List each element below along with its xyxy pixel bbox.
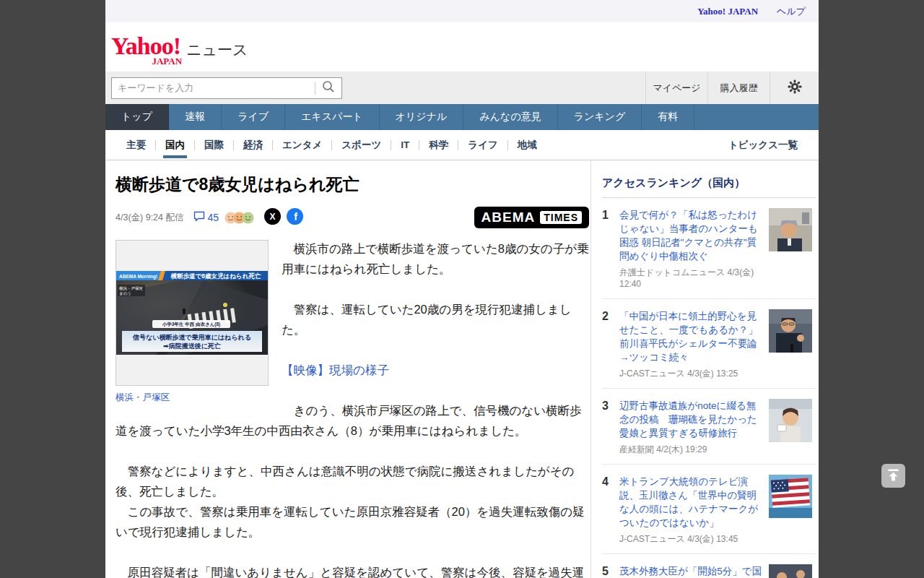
category-it[interactable]: IT [391, 130, 419, 160]
category-shuyo[interactable]: 主要 [117, 130, 155, 160]
ranking-thumbnail[interactable] [769, 309, 812, 353]
share-facebook-button[interactable]: f [287, 208, 303, 228]
main-navigation: トップ 速報 ライブ エキスパート オリジナル みんなの意見 ランキング 有料 [105, 104, 819, 130]
article-paragraph: きのう、横浜市戸塚区の路上で、信号機のない横断歩道を渡っていた小学3年生の中西由… [116, 400, 589, 441]
ranking-title-link[interactable]: 茂木外務大臣が「開始5分」で国会退席？ 異例の「3大臣連続退席」に議場で笑い 予… [619, 564, 762, 578]
article-thumbnail[interactable]: ABEMA Morning! 横断歩道で8歳女児はねられ死亡 横浜・戸塚区 きの… [116, 240, 269, 386]
top-bar: Yahoo! JAPAN ヘルプ [105, 0, 819, 22]
settings-button[interactable] [770, 72, 819, 104]
search-icon [322, 80, 335, 95]
comment-bubble-icon [193, 211, 205, 225]
rank-number: 3 [602, 399, 619, 455]
category-life[interactable]: ライフ [458, 130, 507, 160]
tab-opinion[interactable]: みんなの意見 [463, 104, 557, 130]
access-ranking-sidebar: アクセスランキング（国内） 1 会見で何が？「私は怒ったわけじゃない」当事者のハ… [590, 160, 819, 578]
topics-list-link[interactable]: トピックス一覧 [719, 130, 807, 160]
frame-banner-title: 横断歩道で8歳女児はねられ死亡 [170, 272, 261, 280]
ranking-time: 4/3(金) 13:45 [687, 534, 738, 544]
ranking-meta: 弁護士ドットコムニュース 4/3(金) 12:40 [619, 267, 762, 290]
mypage-link[interactable]: マイページ [645, 72, 707, 104]
ranking-item-4: 4 米トランプ大統領のテレビ演説、玉川徹さん「世界中の賢明な人の頭には、ハテナマ… [602, 465, 816, 554]
article-byline: 4/3(金) 9:24 配信 45 [116, 207, 589, 228]
article-paragraph: 原田容疑者は「間違いありません」と容疑を認めていて、警察は今後、容疑を過失運転致… [116, 562, 589, 578]
search-input[interactable] [112, 82, 315, 93]
purchase-history-link[interactable]: 購入履歴 [707, 72, 770, 104]
tab-ranking[interactable]: ランキング [558, 104, 642, 130]
yahoo-logo-japan-text: JAPAN [152, 56, 182, 67]
yahoo-logo-wordmark: Yahoo! JAPAN [111, 34, 180, 59]
article-title: 横断歩道で8歳女児はねられ死亡 [116, 173, 589, 195]
ranking-time: 4/2(木) 19:29 [656, 444, 707, 454]
video-link[interactable]: 【映像】現場の様子 [282, 363, 389, 376]
tab-original[interactable]: オリジナル [380, 104, 464, 130]
ranking-time: 4/3(金) 13:25 [687, 368, 738, 379]
tab-expert[interactable]: エキスパート [285, 104, 380, 130]
tab-sokuho[interactable]: 速報 [169, 104, 222, 130]
yahoo-japan-link[interactable]: Yahoo! JAPAN [697, 6, 758, 17]
scroll-to-top-button[interactable] [881, 464, 905, 488]
ranking-thumbnail[interactable] [769, 475, 812, 518]
frame-overlay-line2: ➡病院搬送後に死亡 [163, 342, 221, 350]
reaction-emojis[interactable] [225, 212, 254, 224]
svg-text:f: f [294, 211, 297, 223]
help-link[interactable]: ヘルプ [777, 5, 806, 18]
category-navigation: 主要 国内 国際 経済 エンタメ スポーツ IT 科学 ライフ 地域 トピックス… [105, 130, 819, 160]
reaction-smile-green-icon [242, 212, 254, 224]
ranking-title-link[interactable]: 「中国が日本に領土的野心を見せたこと、一度でもあるか？」 前川喜平氏がシェルター… [619, 309, 762, 364]
times-logo-text: TIMES [540, 211, 582, 224]
ranking-item-3: 3 辺野古事故遺族がnoteに綴る無念の投稿 珊瑚礁を見たかった愛娘と異質すぎる… [602, 389, 816, 465]
ranking-thumbnail[interactable] [769, 399, 812, 442]
category-kokunai[interactable]: 国内 [156, 130, 194, 160]
figure-caption-link[interactable]: 横浜・戸塚区 [116, 392, 269, 403]
abema-logo-text: ABEMA [481, 210, 536, 225]
article-paragraph: この事故で、警察は乗用車を運転していた原田京雅容疑者（20）を過失運転致傷の疑い… [116, 501, 589, 542]
ranking-title-link[interactable]: 会見で何が？「私は怒ったわけじゃない」当事者のハンターも困惑 朝日記者"クマとの… [619, 208, 762, 263]
ranking-source: 産経新聞 [619, 444, 654, 454]
gear-icon [788, 79, 802, 96]
ranking-item-1: 1 会見で何が？「私は怒ったわけじゃない」当事者のハンターも困惑 朝日記者"クマ… [602, 198, 816, 299]
article-body: ABEMA Morning! 横断歩道で8歳女児はねられ死亡 横浜・戸塚区 きの… [116, 238, 589, 578]
frame-banner-program: ABEMA Morning! [119, 274, 157, 280]
ranking-title-link[interactable]: 辺野古事故遺族がnoteに綴る無念の投稿 珊瑚礁を見たかった愛娘と異質すぎる研修… [619, 399, 762, 440]
page-container: Yahoo! JAPAN ヘルプ Yahoo! JAPAN ニュース [105, 0, 819, 578]
category-sports[interactable]: スポーツ [332, 130, 391, 160]
frame-victim-name-chip: 小学3年生 中西 由衣さん(8) [162, 322, 220, 327]
facebook-icon: f [287, 215, 303, 227]
ranking-meta: 産経新聞 4/2(木) 19:29 [619, 444, 762, 455]
frame-overlay-line1: 信号ない横断歩道で乗用車にはねられる [132, 334, 251, 341]
share-x-button[interactable]: X [264, 208, 281, 228]
content-area: 横断歩道で8歳女児はねられ死亡 4/3(金) 9:24 配信 45 [105, 160, 819, 578]
ranking-header: アクセスランキング（国内） [602, 176, 816, 198]
header-utility-links: マイページ 購入履歴 [645, 72, 819, 104]
yahoo-news-logo[interactable]: Yahoo! JAPAN ニュース [111, 34, 248, 60]
ranking-item-2: 2 「中国が日本に領土的野心を見せたこと、一度でもあるか？」 前川喜平氏がシェル… [602, 299, 816, 389]
article-paragraph: 警察などによりますと、中西さんは意識不明の状態で病院に搬送されましたがその後、死… [116, 461, 589, 501]
news-service-name: ニュース [186, 40, 248, 60]
comment-count: 45 [207, 212, 219, 223]
comment-count-button[interactable]: 45 [193, 211, 219, 225]
category-kagaku[interactable]: 科学 [419, 130, 458, 160]
category-kokusai[interactable]: 国際 [195, 130, 233, 160]
category-chiiki[interactable]: 地域 [508, 130, 546, 160]
frame-location-label: 横浜・戸塚区 [119, 286, 144, 291]
category-keizai[interactable]: 経済 [234, 130, 272, 160]
tab-live[interactable]: ライブ [222, 104, 285, 130]
search-button[interactable] [315, 78, 341, 98]
tab-top[interactable]: トップ [105, 104, 169, 130]
ranking-item-5: 5 茂木外務大臣が「開始5分」で国会退席？ 異例の「3大臣連続退席」に議場で笑い… [602, 554, 816, 578]
ranking-source: J-CASTニュース [619, 368, 685, 379]
ranking-meta: J-CASTニュース 4/3(金) 13:45 [619, 533, 762, 545]
ranking-meta: J-CASTニュース 4/3(金) 13:25 [619, 368, 762, 379]
publish-date: 4/3(金) 9:24 配信 [116, 212, 183, 224]
ranking-thumbnail[interactable]: 内閣関係からの閣僚一般質疑 [769, 564, 812, 578]
ranking-title-link[interactable]: 米トランプ大統領のテレビ演説、玉川徹さん「世界中の賢明な人の頭には、ハテナマーク… [619, 475, 762, 530]
frame-time-label: きのう [119, 291, 131, 296]
tab-paid[interactable]: 有料 [642, 104, 694, 130]
category-entame[interactable]: エンタメ [273, 130, 331, 160]
provider-abema-times-logo[interactable]: ABEMA TIMES [474, 207, 589, 228]
ranking-source: J-CASTニュース [619, 534, 685, 544]
news-video-frame-image: ABEMA Morning! 横断歩道で8歳女児はねられ死亡 横浜・戸塚区 きの… [116, 271, 268, 355]
ranking-thumbnail[interactable] [769, 208, 812, 251]
header-logo-row: Yahoo! JAPAN ニュース [105, 22, 819, 72]
search-box [111, 77, 342, 99]
